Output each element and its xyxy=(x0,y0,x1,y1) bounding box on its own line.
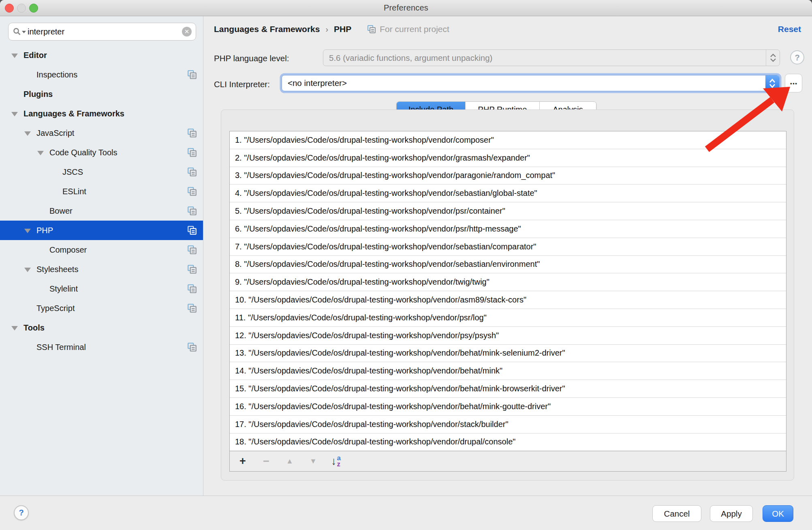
cli-interpreter-value: <no interpreter> xyxy=(282,78,765,88)
breadcrumb: Languages & Frameworks › PHP For current… xyxy=(214,24,449,34)
include-path-panel: 1. "/Users/opdavies/Code/os/drupal-testi… xyxy=(221,109,794,481)
list-toolbar: +−▲▼↓az xyxy=(230,451,786,471)
sidebar-item-typescript[interactable]: TypeScript xyxy=(0,298,203,318)
copy-settings-icon xyxy=(187,69,197,80)
help-button[interactable]: ? xyxy=(14,505,29,520)
sidebar-item-editor[interactable]: Editor xyxy=(0,45,203,65)
search-input[interactable] xyxy=(28,27,182,36)
sidebar-item-label: ESLint xyxy=(62,187,86,196)
include-path-row[interactable]: 14. "/Users/opdavies/Code/os/drupal-test… xyxy=(230,362,786,380)
copy-settings-icon xyxy=(187,128,197,138)
breadcrumb-current: PHP xyxy=(334,24,351,34)
language-level-stepper-icon[interactable] xyxy=(766,50,780,66)
sidebar-item-label: Stylelint xyxy=(49,284,78,294)
include-path-row[interactable]: 2. "/Users/opdavies/Code/os/drupal-testi… xyxy=(230,149,786,167)
scope-note: For current project xyxy=(367,24,449,34)
include-path-row[interactable]: 8. "/Users/opdavies/Code/os/drupal-testi… xyxy=(230,256,786,274)
copy-settings-icon xyxy=(187,225,197,236)
language-level-value: 5.6 (variadic functions, argument unpack… xyxy=(323,53,766,63)
include-path-row[interactable]: 9. "/Users/opdavies/Code/os/drupal-testi… xyxy=(230,273,786,291)
reset-link[interactable]: Reset xyxy=(778,24,801,34)
settings-search-field[interactable]: ✕ xyxy=(8,23,196,41)
include-path-row[interactable]: 13. "/Users/opdavies/Code/os/drupal-test… xyxy=(230,345,786,363)
expand-arrow-icon[interactable] xyxy=(11,326,18,330)
breadcrumb-parent[interactable]: Languages & Frameworks xyxy=(214,24,320,34)
scope-note-text: For current project xyxy=(380,24,449,34)
sidebar-item-stylesheets[interactable]: Stylesheets xyxy=(0,260,203,279)
sort-alphabetically-button[interactable]: ↓az xyxy=(331,455,341,467)
breadcrumb-separator-icon: › xyxy=(325,25,328,34)
sidebar-item-label: PHP xyxy=(36,226,53,235)
include-path-row[interactable]: 15. "/Users/opdavies/Code/os/drupal-test… xyxy=(230,380,786,398)
expand-arrow-icon[interactable] xyxy=(24,131,31,136)
sidebar-item-php[interactable]: PHP xyxy=(0,221,203,240)
move-up-button[interactable]: ▲ xyxy=(284,457,295,466)
sidebar-item-label: TypeScript xyxy=(36,304,75,313)
sidebar-item-stylelint[interactable]: Stylelint xyxy=(0,279,203,298)
copy-settings-icon xyxy=(187,147,197,158)
language-level-label: PHP language level: xyxy=(214,54,289,63)
include-path-row[interactable]: 3. "/Users/opdavies/Code/os/drupal-testi… xyxy=(230,167,786,185)
sidebar-item-plugins[interactable]: Plugins xyxy=(0,84,203,104)
copy-settings-icon xyxy=(187,245,197,255)
move-down-button[interactable]: ▼ xyxy=(308,457,319,466)
language-level-select[interactable]: 5.6 (variadic functions, argument unpack… xyxy=(323,49,780,66)
include-path-row[interactable]: 16. "/Users/opdavies/Code/os/drupal-test… xyxy=(230,398,786,416)
ok-button[interactable]: OK xyxy=(763,505,793,522)
sidebar-item-inspections[interactable]: Inspections xyxy=(0,65,203,84)
include-path-row[interactable]: 10. "/Users/opdavies/Code/os/drupal-test… xyxy=(230,291,786,309)
sidebar-item-tools[interactable]: Tools xyxy=(0,318,203,337)
browse-interpreters-button[interactable]: ... xyxy=(785,74,802,92)
remove-button[interactable]: − xyxy=(261,455,272,468)
sidebar-item-label: Inspections xyxy=(36,70,77,79)
sort-arrow-icon: ↓ xyxy=(331,456,337,467)
cli-interpreter-label: CLI Interpreter: xyxy=(214,79,270,89)
help-icon[interactable]: ? xyxy=(790,50,804,64)
sidebar-item-label: SSH Terminal xyxy=(36,343,86,352)
copy-settings-icon xyxy=(187,186,197,197)
include-path-row[interactable]: 11. "/Users/opdavies/Code/os/drupal-test… xyxy=(230,309,786,327)
add-button[interactable]: + xyxy=(237,455,248,468)
expand-arrow-icon[interactable] xyxy=(11,54,18,58)
expand-arrow-icon[interactable] xyxy=(37,151,44,155)
include-path-list: 1. "/Users/opdavies/Code/os/drupal-testi… xyxy=(230,131,786,451)
sidebar-item-code-quality-tools[interactable]: Code Quality Tools xyxy=(0,143,203,162)
apply-button[interactable]: Apply xyxy=(710,505,753,522)
expand-arrow-icon[interactable] xyxy=(24,268,31,272)
expand-arrow-icon[interactable] xyxy=(24,229,31,233)
cli-interpreter-select[interactable]: <no interpreter> xyxy=(282,75,780,91)
sidebar-item-bower[interactable]: Bower xyxy=(0,201,203,221)
window-title: Preferences xyxy=(0,3,812,13)
expand-arrow-icon[interactable] xyxy=(11,112,18,116)
include-path-row[interactable]: 7. "/Users/opdavies/Code/os/drupal-testi… xyxy=(230,238,786,256)
cancel-button[interactable]: Cancel xyxy=(652,505,701,522)
dialog-footer: ? CancelApplyOK xyxy=(0,496,812,530)
clear-search-icon[interactable]: ✕ xyxy=(182,27,192,36)
settings-tree: EditorInspectionsPluginsLanguages & Fram… xyxy=(0,45,203,357)
include-path-row[interactable]: 17. "/Users/opdavies/Code/os/drupal-test… xyxy=(230,416,786,433)
sidebar-item-composer[interactable]: Composer xyxy=(0,240,203,260)
settings-sidebar: ✕ EditorInspectionsPluginsLanguages & Fr… xyxy=(0,16,203,496)
sidebar-item-jscs[interactable]: JSCS xyxy=(0,162,203,182)
include-path-row[interactable]: 4. "/Users/opdavies/Code/os/drupal-testi… xyxy=(230,185,786,202)
include-path-row[interactable]: 12. "/Users/opdavies/Code/os/drupal-test… xyxy=(230,327,786,345)
sidebar-item-eslint[interactable]: ESLint xyxy=(0,182,203,201)
include-path-listbox: 1. "/Users/opdavies/Code/os/drupal-testi… xyxy=(229,131,786,472)
copy-settings-icon xyxy=(187,283,197,294)
include-path-row[interactable]: 1. "/Users/opdavies/Code/os/drupal-testi… xyxy=(230,131,786,149)
current-project-icon xyxy=(367,24,376,34)
cli-interpreter-stepper-icon[interactable] xyxy=(765,75,779,91)
include-path-row[interactable]: 6. "/Users/opdavies/Code/os/drupal-testi… xyxy=(230,220,786,238)
include-path-row[interactable]: 18. "/Users/opdavies/Code/os/drupal-test… xyxy=(230,433,786,451)
search-options-chevron-icon[interactable] xyxy=(22,31,26,33)
sidebar-item-label: Stylesheets xyxy=(36,265,78,274)
sidebar-item-label: Composer xyxy=(49,245,87,255)
include-path-row[interactable]: 5. "/Users/opdavies/Code/os/drupal-testi… xyxy=(230,202,786,220)
sidebar-item-javascript[interactable]: JavaScript xyxy=(0,123,203,143)
search-icon[interactable] xyxy=(13,27,21,36)
sidebar-item-label: Code Quality Tools xyxy=(49,148,118,157)
copy-settings-icon xyxy=(187,167,197,177)
sidebar-item-label: Bower xyxy=(49,206,73,216)
sidebar-item-languages-frameworks[interactable]: Languages & Frameworks xyxy=(0,104,203,123)
sidebar-item-ssh-terminal[interactable]: SSH Terminal xyxy=(0,337,203,357)
